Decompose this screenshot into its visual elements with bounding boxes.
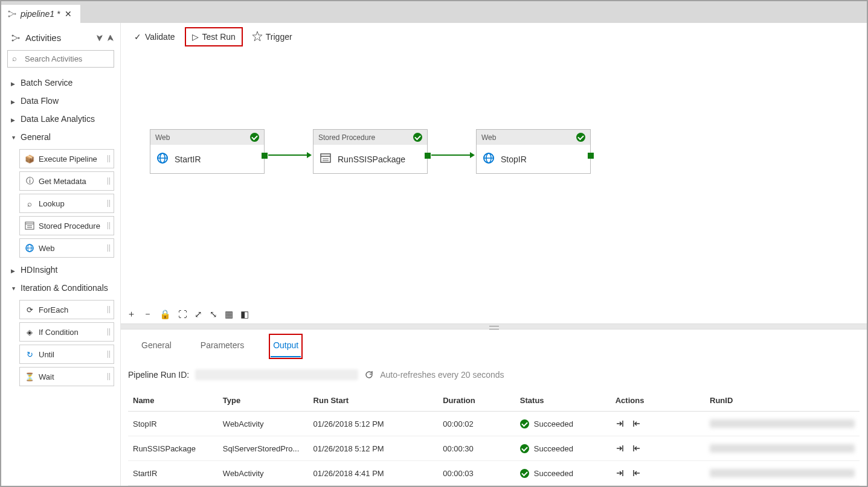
foreach-icon: ⟳ <box>25 305 34 314</box>
node-runssispackage[interactable]: Stored Procedure RunSSISPackage <box>313 129 428 174</box>
category-iteration[interactable]: Iteration & Conditionals <box>1 279 120 297</box>
activity-execute-pipeline[interactable]: 📦Execute Pipeline <box>19 149 114 168</box>
input-icon[interactable] <box>616 444 625 453</box>
node-type-label: Web <box>481 133 496 142</box>
cell-duration: 00:00:02 <box>438 412 515 436</box>
node-name: RunSSISPackage <box>338 154 405 164</box>
collapse-all-icon[interactable]: ⮝ <box>107 34 114 42</box>
table-row[interactable]: RunSSISPackageSqlServerStoredPro...01/26… <box>128 436 860 461</box>
validate-button[interactable]: ✓ Validate <box>128 28 181 45</box>
zoom-reset-icon[interactable]: ⤡ <box>210 309 217 320</box>
category-batch-service[interactable]: Batch Service <box>1 74 120 92</box>
cell-status: Succeeded <box>515 436 611 461</box>
col-runid[interactable]: RunID <box>705 390 860 412</box>
search-input[interactable] <box>7 50 114 68</box>
activity-wait[interactable]: ⏳Wait <box>19 367 114 386</box>
add-icon[interactable]: ＋ <box>127 308 136 320</box>
cell-duration: 00:00:30 <box>438 436 515 461</box>
play-icon: ▷ <box>192 32 199 42</box>
output-port[interactable] <box>425 153 431 159</box>
success-icon <box>250 133 259 142</box>
output-port[interactable] <box>588 153 594 159</box>
category-data-lake-analytics[interactable]: Data Lake Analytics <box>1 110 120 128</box>
activities-icon <box>11 33 21 43</box>
tab-bar: pipeline1 * ✕ <box>1 1 867 23</box>
cell-type: WebActivity <box>218 461 309 486</box>
cell-type: WebActivity <box>218 412 309 436</box>
activity-if-condition[interactable]: ◈If Condition <box>19 322 114 342</box>
input-icon[interactable] <box>616 468 625 478</box>
check-icon: ✓ <box>134 32 141 42</box>
canvas-controls: ＋ － 🔒 ⛶ ⤢ ⤡ ▦ ◧ <box>127 308 249 320</box>
expand-all-icon[interactable]: ⮟ <box>96 34 103 42</box>
activity-web[interactable]: Web <box>19 238 114 258</box>
col-name[interactable]: Name <box>128 390 218 412</box>
layout-icon[interactable]: ▦ <box>225 309 233 320</box>
web-icon <box>156 152 169 166</box>
close-icon[interactable]: ✕ <box>63 9 73 19</box>
design-surface[interactable]: Web StartIR Stored Procedure RunSSISPack… <box>121 51 867 323</box>
stored-procedure-icon <box>320 152 332 166</box>
success-icon <box>520 419 529 428</box>
arrow-icon <box>470 152 475 158</box>
pipeline-tab[interactable]: pipeline1 * ✕ <box>1 5 80 23</box>
tab-general[interactable]: General <box>139 336 174 357</box>
tab-output[interactable]: Output <box>271 336 301 357</box>
activities-heading: Activities <box>25 33 61 43</box>
panel-divider[interactable] <box>121 323 867 329</box>
table-row[interactable]: StopIRWebActivity01/26/2018 5:12 PM00:00… <box>128 412 860 436</box>
category-data-flow[interactable]: Data Flow <box>1 92 120 110</box>
output-icon[interactable] <box>631 468 641 478</box>
category-general[interactable]: General <box>1 128 120 146</box>
fit-icon[interactable]: ⛶ <box>178 309 187 319</box>
wait-icon: ⏳ <box>25 372 34 381</box>
node-name: StartIR <box>175 154 201 164</box>
cell-status: Succeeded <box>515 412 611 436</box>
input-icon[interactable] <box>616 419 625 428</box>
node-type-label: Stored Procedure <box>318 133 375 142</box>
if-icon: ◈ <box>25 327 34 337</box>
stored-procedure-icon <box>25 221 34 231</box>
output-icon[interactable] <box>631 419 641 428</box>
pipeline-icon <box>7 9 17 19</box>
activity-stored-procedure[interactable]: Stored Procedure <box>19 216 114 235</box>
cell-name: RunSSISPackage <box>128 436 218 461</box>
trigger-button[interactable]: Trigger <box>246 28 298 46</box>
col-start[interactable]: Run Start <box>309 390 439 412</box>
output-panel: Pipeline Run ID: Auto-refreshes every 20… <box>121 357 867 486</box>
lookup-icon: ⌕ <box>25 199 34 208</box>
col-duration[interactable]: Duration <box>438 390 515 412</box>
lock-icon[interactable]: 🔒 <box>159 309 171 320</box>
activity-lookup[interactable]: ⌕Lookup <box>19 194 114 213</box>
output-icon[interactable] <box>631 444 641 453</box>
col-status[interactable]: Status <box>515 390 611 412</box>
bottom-tabs: General Parameters Output <box>121 329 867 357</box>
cell-runid <box>705 436 860 461</box>
category-hdinsight[interactable]: HDInsight <box>1 261 120 279</box>
col-type[interactable]: Type <box>218 390 309 412</box>
tab-parameters[interactable]: Parameters <box>198 336 246 357</box>
cell-start: 01/26/2018 5:12 PM <box>309 436 439 461</box>
cell-type: SqlServerStoredPro... <box>218 436 309 461</box>
runid-label: Pipeline Run ID: <box>128 370 189 380</box>
cell-actions <box>611 412 705 436</box>
refresh-icon[interactable] <box>364 370 374 380</box>
search-icon: ⌕ <box>12 54 17 63</box>
node-startir[interactable]: Web StartIR <box>150 129 265 174</box>
activity-until[interactable]: ↻Until <box>19 345 114 364</box>
table-row[interactable]: StartIRWebActivity01/26/2018 4:41 PM00:0… <box>128 461 860 486</box>
node-stopir[interactable]: Web StopIR <box>476 129 591 174</box>
snap-icon[interactable]: ◧ <box>240 309 249 320</box>
cell-name: StopIR <box>128 412 218 436</box>
svg-rect-16 <box>321 154 330 162</box>
activity-get-metadata[interactable]: ⓘGet Metadata <box>19 171 114 191</box>
remove-icon[interactable]: － <box>143 308 152 320</box>
output-table: Name Type Run Start Duration Status Acti… <box>128 390 860 486</box>
cell-name: StartIR <box>128 461 218 486</box>
test-run-button[interactable]: ▷ Test Run <box>186 28 242 45</box>
zoom-fit-icon[interactable]: ⤢ <box>194 309 202 320</box>
info-icon: ⓘ <box>25 176 34 186</box>
activity-foreach[interactable]: ⟳ForEach <box>19 300 114 319</box>
col-actions[interactable]: Actions <box>611 390 705 412</box>
output-port[interactable] <box>262 153 268 159</box>
